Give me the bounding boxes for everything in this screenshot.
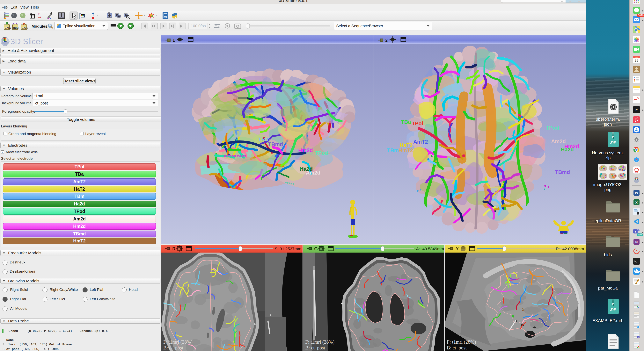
svg-text:100.0fps: 100.0fps [191,24,206,28]
svg-text:ZiP: ZiP [610,308,616,312]
svg-text:×ık: ×ık [38,16,42,19]
svg-text:TBa: TBa [401,119,411,125]
svg-text:5: 5 [522,307,525,312]
svg-text:S: 31.2537mm: S: 31.2537mm [275,247,301,251]
svg-text:Hm2d: Hm2d [298,147,313,153]
svg-text:N: N [635,240,638,244]
svg-text:A: -40.5849mm: A: -40.5849mm [416,247,444,251]
svg-text:W: W [635,191,638,195]
svg-text:ICM: ICM [635,171,638,173]
svg-text:B: ct_post: B: ct_post [305,345,325,351]
svg-text:B: ct_post: B: ct_post [163,345,183,351]
svg-text:DCM: DCM [13,27,18,29]
svg-text:R: R [172,246,176,251]
svg-text:TPod: TPod [546,125,559,131]
svg-text:R: -42.0098mm: R: -42.0098mm [556,247,584,251]
svg-text:TBm: TBm [387,147,399,153]
svg-text:G: G [314,246,318,251]
svg-text:Ha2d: Ha2d [561,147,574,153]
svg-text:>_: >_ [634,260,638,263]
svg-text:5: 5 [512,314,514,319]
svg-text:TBmd: TBmd [555,169,570,175]
svg-text:TBmd: TBmd [268,141,283,147]
svg-text:2: 2 [385,38,388,43]
svg-text:X: X [636,201,638,205]
svg-text:1: 1 [172,38,175,43]
svg-text:F: t1mri (28%): F: t1mri (28%) [163,339,192,345]
svg-text:Am2d: Am2d [551,139,566,144]
svg-text:T: T [638,337,639,338]
svg-text:AmT2: AmT2 [413,139,428,145]
svg-text:TPod: TPod [315,150,328,156]
svg-text:ZiP: ZiP [610,140,616,145]
svg-text:F: t1mri (28%): F: t1mri (28%) [447,339,476,345]
svg-text:SAVE: SAVE [22,27,28,29]
svg-text:TPol: TPol [412,121,423,126]
svg-text:JUIN: JUIN [635,56,638,58]
svg-text:DATA: DATA [5,27,11,29]
svg-text:28: 28 [634,58,638,62]
svg-text:Y: Y [456,246,459,251]
svg-text:tv: tv [636,108,638,111]
svg-text:Am2d: Am2d [306,170,320,176]
svg-text:F: t1mri (28%): F: t1mri (28%) [305,339,334,345]
svg-text:B: ct_post: B: ct_post [447,345,467,351]
svg-text:x²: x² [38,12,40,15]
svg-text:T: T [635,230,636,233]
svg-text:HmT2: HmT2 [398,147,413,153]
